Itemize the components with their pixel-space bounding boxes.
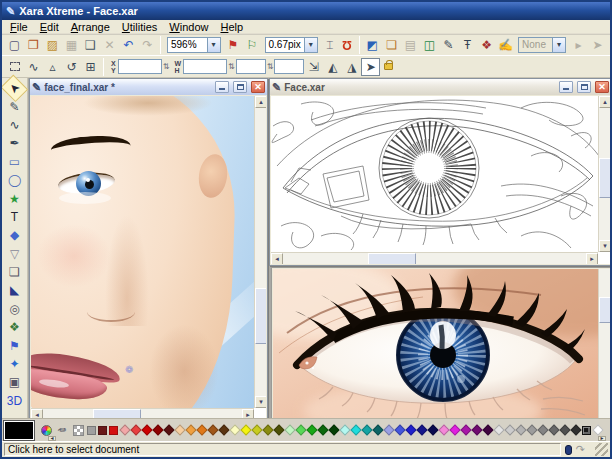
scale-line-widths-button[interactable]: ⇲ — [304, 58, 323, 76]
color-swatch[interactable] — [152, 424, 163, 435]
vertical-scrollbar[interactable]: ▴ ▾ — [598, 96, 610, 252]
color-swatch[interactable] — [207, 424, 218, 435]
apply-style-button[interactable]: ▸ — [569, 36, 588, 54]
size-spinner[interactable]: ⇅ — [228, 62, 235, 71]
color-swatch[interactable] — [515, 424, 526, 435]
forward-button[interactable]: ➤ — [588, 36, 607, 54]
color-swatch[interactable] — [339, 424, 350, 435]
menu-item[interactable]: Help — [214, 21, 249, 33]
name-gallery-button[interactable]: ✍ — [496, 36, 515, 54]
blend-tool[interactable]: ❖ — [4, 318, 25, 336]
color-gallery-button[interactable]: ◩ — [363, 36, 382, 54]
color-swatch[interactable] — [383, 424, 394, 435]
color-swatch[interactable] — [504, 424, 515, 435]
rendered-eye-artwork[interactable] — [273, 269, 599, 420]
color-swatch[interactable] — [405, 424, 416, 435]
horizontal-scrollbar[interactable]: ◂ ▸ — [271, 252, 598, 264]
fill-gallery-button[interactable]: ◫ — [420, 36, 439, 54]
color-swatch[interactable] — [570, 424, 581, 435]
chevron-down-icon[interactable]: ▾ — [304, 38, 317, 52]
color-swatch[interactable] — [251, 424, 262, 435]
color-swatch[interactable] — [273, 424, 284, 435]
ellipse-tool[interactable]: ◯ — [4, 171, 25, 189]
scale-input[interactable] — [236, 59, 266, 74]
face-final-titlebar[interactable]: ✎ face_final.xar * ✕ — [30, 79, 267, 95]
open-button[interactable]: ▨ — [43, 36, 62, 54]
shadow-tool[interactable]: ❏ — [4, 263, 25, 281]
close-button[interactable]: ✕ — [251, 81, 265, 93]
transparency-tool[interactable]: ▽ — [4, 245, 25, 263]
new-document-button[interactable]: ▢ — [5, 36, 24, 54]
color-swatch[interactable] — [526, 424, 537, 435]
color-swatch[interactable] — [141, 424, 152, 435]
position-input[interactable] — [118, 59, 162, 74]
text-tool[interactable]: T — [4, 208, 25, 226]
angle-input[interactable] — [274, 59, 304, 74]
color-swatch[interactable] — [284, 424, 295, 435]
marquee-select-icon[interactable] — [5, 58, 24, 76]
vertical-scrollbar[interactable]: ▴ ▾ — [254, 96, 266, 408]
menu-item[interactable]: Window — [163, 21, 214, 33]
clipart-gallery-button[interactable]: ❖ — [477, 36, 496, 54]
scale-spinner[interactable]: ⇅ — [267, 62, 274, 71]
flip-horizontal-button[interactable]: ◭ — [323, 58, 342, 76]
status-text[interactable]: Click here to select document — [4, 443, 561, 456]
position-spinner[interactable]: ⇅ — [163, 62, 170, 71]
color-swatch[interactable] — [229, 424, 240, 435]
mould-tool[interactable]: ⚑ — [4, 336, 25, 354]
color-swatch[interactable] — [109, 426, 118, 435]
bevel-tool[interactable]: ◣ — [4, 281, 25, 299]
titlebar[interactable]: ✎ Xara Xtreme - Face.xar — [2, 2, 610, 20]
rectangle-tool[interactable]: ▭ — [4, 153, 25, 171]
color-swatch[interactable] — [537, 424, 548, 435]
color-swatch[interactable] — [394, 424, 405, 435]
rotate-mode-button[interactable]: ↺ — [62, 58, 81, 76]
line-gallery-button[interactable]: ✎ — [439, 36, 458, 54]
color-swatch[interactable] — [449, 424, 460, 435]
bitmap-gallery-button[interactable]: ▤ — [401, 36, 420, 54]
position-grid-icon[interactable]: ⊞ — [81, 58, 100, 76]
undo-button[interactable]: ↶ — [119, 36, 138, 54]
color-swatch[interactable] — [130, 424, 141, 435]
color-swatch[interactable] — [416, 424, 427, 435]
color-swatch[interactable] — [185, 424, 196, 435]
color-swatch[interactable] — [328, 424, 339, 435]
size-input[interactable] — [183, 59, 227, 74]
color-swatch[interactable] — [438, 424, 449, 435]
color-swatch[interactable] — [306, 424, 317, 435]
color-swatch[interactable] — [460, 424, 471, 435]
quickshape-tool[interactable]: ★ — [4, 189, 25, 207]
extrude-3d-tool[interactable]: 3D — [4, 392, 25, 410]
layer-gallery-button[interactable]: ❏ — [382, 36, 401, 54]
import-button[interactable]: ❐ — [24, 36, 43, 54]
maximize-button[interactable] — [233, 81, 247, 93]
color-swatch[interactable] — [471, 424, 482, 435]
chevron-down-icon[interactable]: ▾ — [207, 38, 220, 52]
color-swatch[interactable] — [163, 424, 174, 435]
flip-vertical-button[interactable]: ◮ — [342, 58, 361, 76]
color-swatch[interactable] — [582, 426, 591, 435]
previous-zoom-button[interactable]: ⚑ — [224, 36, 243, 54]
minimize-button[interactable] — [559, 81, 573, 93]
menu-item[interactable]: Utilities — [116, 21, 163, 33]
color-swatch[interactable] — [98, 426, 107, 435]
color-swatch[interactable] — [372, 424, 383, 435]
current-color-swatch[interactable] — [4, 421, 34, 440]
face-artwork-canvas[interactable]: ❁ — [31, 96, 254, 408]
color-swatch[interactable] — [592, 424, 603, 435]
vertical-scrollbar[interactable] — [598, 269, 610, 420]
color-swatch[interactable] — [119, 424, 130, 435]
line-width-button[interactable]: ⌶ — [321, 36, 339, 54]
wireframe-eye-drawing[interactable] — [271, 96, 599, 254]
maximize-button[interactable] — [577, 81, 591, 93]
no-color-swatch[interactable] — [71, 423, 85, 437]
feather-combobox[interactable]: 0.67pix ▾ — [265, 37, 318, 53]
snap-to-grid-magnet-button[interactable]: Ω — [338, 36, 356, 54]
shape-editor-tool[interactable]: ∿ — [4, 116, 25, 134]
color-swatch[interactable] — [493, 424, 504, 435]
color-swatch[interactable] — [196, 424, 207, 435]
minimize-button[interactable] — [215, 81, 229, 93]
select-node-icon[interactable]: ▵ — [43, 58, 62, 76]
close-button[interactable]: ✕ — [595, 81, 609, 93]
contour-tool[interactable]: ◎ — [4, 300, 25, 318]
